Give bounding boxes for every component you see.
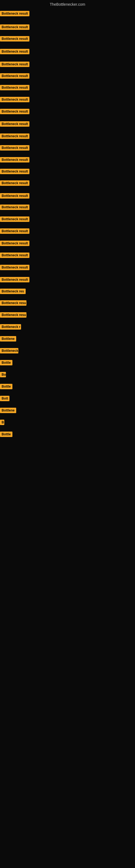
bottleneck-badge-row: Bottleneck result [0, 24, 30, 31]
bottleneck-badge-row: Bottleneck result [0, 216, 30, 223]
bottleneck-result-badge[interactable]: Bottleneck result [0, 205, 30, 210]
bottleneck-result-badge[interactable]: Bottleneck result [0, 109, 30, 114]
bottleneck-badge-row: Bottle [0, 432, 12, 438]
bottleneck-result-badge[interactable]: Bottleneck result [0, 36, 30, 41]
bottleneck-result-badge[interactable]: Bottleneck resu [0, 312, 27, 318]
bottleneck-badge-row: Bottleneck result [0, 11, 30, 18]
bottleneck-badge-row: Bottleneck result [0, 205, 30, 211]
bottleneck-badge-row: Bottleneck result [0, 193, 30, 199]
bottleneck-result-badge[interactable]: Bottleneck result [0, 97, 30, 102]
bottleneck-result-badge[interactable]: Bottlene [0, 408, 16, 413]
bottleneck-badge-row: Bott [0, 396, 9, 402]
bottleneck-badge-row: Bottleneck result [0, 73, 30, 80]
bottleneck-result-badge[interactable]: Bottleneck result [0, 216, 30, 222]
bottleneck-result-badge[interactable]: Bottleneck result [0, 241, 30, 246]
bottleneck-badge-row: Bottleneck res [0, 289, 26, 295]
bottleneck-badge-row: Bottleneck resu [0, 312, 27, 319]
bottleneck-result-badge[interactable]: Bottleneck result [0, 252, 30, 258]
bottleneck-result-badge[interactable]: Bottlene [0, 336, 16, 341]
bottleneck-badge-row: B [0, 420, 4, 426]
bottleneck-badge-row: Bottleneck result [0, 85, 30, 91]
bottleneck-badge-row: Bottleneck result [0, 62, 30, 68]
bottleneck-result-badge[interactable]: Bottleneck res [0, 289, 26, 294]
bottleneck-result-badge[interactable]: Bottle [0, 360, 12, 365]
bottleneck-result-badge[interactable]: Bottleneck result [0, 145, 30, 151]
bottleneck-result-badge[interactable]: Bottleneck result [0, 277, 30, 282]
bottleneck-badge-row: Bottleneck result [0, 145, 30, 152]
bottleneck-badge-row: Bottleneck result [0, 265, 30, 271]
bottleneck-result-badge[interactable]: Bottleneck [0, 348, 18, 353]
bottleneck-badge-row: Bottleneck result [0, 97, 30, 103]
bottleneck-result-badge[interactable]: Bottleneck result [0, 11, 30, 16]
bottleneck-badge-row: Bottleneck result [0, 169, 30, 175]
bottleneck-badge-row: Bo [0, 372, 6, 378]
bottleneck-result-badge[interactable]: Bottleneck result [0, 24, 30, 30]
bottleneck-badge-row: Bottleneck [0, 348, 18, 354]
site-title: TheBottlenecker.com [0, 0, 135, 10]
bottleneck-result-badge[interactable]: Bottleneck result [0, 157, 30, 162]
bottleneck-badge-row: Bottle [0, 360, 12, 367]
bottleneck-badge-row: Bottleneck result [0, 49, 30, 55]
bottleneck-result-badge[interactable]: Bottleneck result [0, 133, 30, 139]
bottleneck-badge-row: Bottleneck result [0, 228, 30, 235]
bottleneck-result-badge[interactable]: Bottleneck resu [0, 300, 27, 306]
bottleneck-result-badge[interactable]: Bottleneck result [0, 180, 30, 186]
bottleneck-result-badge[interactable]: Bottle [0, 432, 12, 437]
bottleneck-result-badge[interactable]: Bo [0, 372, 6, 377]
bottleneck-result-badge[interactable]: B [0, 420, 4, 425]
bottleneck-badge-row: Bottleneck result [0, 180, 30, 187]
bottleneck-result-badge[interactable]: Bott [0, 396, 9, 401]
bottleneck-result-badge[interactable]: Bottleneck result [0, 193, 30, 198]
bottleneck-badge-row: Bottleneck r [0, 324, 21, 331]
bottleneck-badge-row: Bottleneck result [0, 157, 30, 163]
bottleneck-result-badge[interactable]: Bottleneck result [0, 121, 30, 127]
bottleneck-badge-row: Bottleneck result [0, 277, 30, 283]
bottleneck-badge-row: Bottleneck result [0, 241, 30, 247]
bottleneck-result-badge[interactable]: Bottle [0, 384, 12, 389]
bottleneck-result-badge[interactable]: Bottleneck result [0, 228, 30, 234]
bottleneck-result-badge[interactable]: Bottleneck result [0, 62, 30, 67]
bottleneck-badge-row: Bottleneck result [0, 121, 30, 128]
bottleneck-result-badge[interactable]: Bottleneck r [0, 324, 21, 330]
bottleneck-badge-row: Bottleneck resu [0, 300, 27, 307]
bottleneck-badge-row: Bottleneck result [0, 109, 30, 115]
bottleneck-badge-row: Bottle [0, 384, 12, 390]
bottleneck-badge-row: Bottlene [0, 336, 16, 343]
bottleneck-badge-row: Bottleneck result [0, 36, 30, 42]
bottleneck-badge-row: Bottleneck result [0, 133, 30, 140]
bottleneck-badge-row: Bottleneck result [0, 252, 30, 259]
bottleneck-badge-row: Bottlene [0, 408, 16, 414]
bottleneck-result-badge[interactable]: Bottleneck result [0, 85, 30, 90]
bottleneck-result-badge[interactable]: Bottleneck result [0, 265, 30, 270]
bottleneck-result-badge[interactable]: Bottleneck result [0, 169, 30, 174]
bottleneck-result-badge[interactable]: Bottleneck result [0, 73, 30, 79]
bottleneck-result-badge[interactable]: Bottleneck result [0, 49, 30, 54]
